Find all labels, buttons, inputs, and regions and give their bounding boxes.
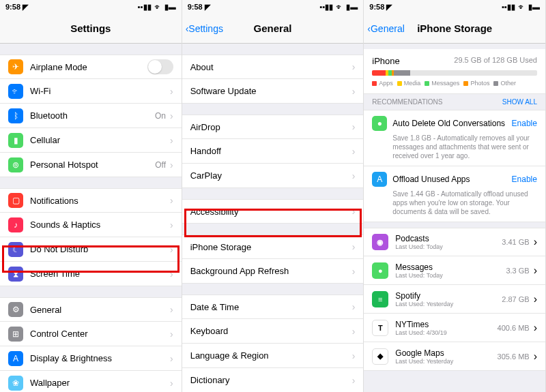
row-label: Screen Time [30,269,170,279]
enable-button[interactable]: Enable [512,119,537,128]
app-last-used: Last Used: Yesterday [395,301,502,307]
settings-row-display-brightness[interactable]: ADisplay & Brightness› [0,346,182,371]
row-label: iPhone Storage [190,242,352,252]
chevron-right-icon: › [170,86,173,97]
podcasts-icon: ◉ [372,234,388,250]
battery-icon: ▮▬ [164,3,176,12]
maps-icon: ◆ [372,348,388,365]
settings-row-airdrop[interactable]: AirDrop› [182,115,364,139]
app-row-messages[interactable]: ●MessagesLast Used: Today3.3 GB› [364,256,545,285]
settings-row-do-not-disturb[interactable]: ☾Do Not Disturb› [0,237,182,262]
app-size: 2.87 GB [502,295,529,303]
chevron-right-icon: › [352,326,356,337]
chevron-right-icon: › [170,195,173,206]
show-all-link[interactable]: SHOW ALL [502,98,537,106]
display-icon: A [8,351,23,366]
chevron-right-icon: › [352,146,356,157]
messages-icon: ● [372,262,388,279]
chevron-right-icon: › [352,301,356,312]
app-name: Podcasts [395,234,502,243]
legend-other: Other [493,80,516,87]
settings-row-iphone-storage[interactable]: iPhone Storage› [182,235,364,259]
back-button[interactable]: ‹General [364,23,404,34]
app-name: Spotify [395,291,502,301]
app-last-used: Last Used: Today [395,243,502,250]
chevron-right-icon: › [352,206,356,217]
settings-row-bluetooth[interactable]: ᛒBluetoothOn› [0,104,182,128]
chevron-right-icon: › [352,121,356,132]
row-label: Do Not Disturb [30,244,170,254]
appstore-icon: A [372,172,387,187]
recommendation-row: ●Auto Delete Old ConversationsEnableSave… [364,110,545,166]
legend-media: Media [397,80,421,87]
settings-row-control-center[interactable]: ⊞Control Center› [0,322,182,346]
chevron-right-icon: › [170,220,173,230]
row-detail: Off [155,160,166,170]
settings-row-general[interactable]: ⚙General› [0,297,182,322]
row-label: Date & Time [190,302,352,312]
settings-row-wallpaper[interactable]: ❀Wallpaper› [0,371,182,392]
chevron-right-icon: › [534,293,537,305]
settings-row-handoff[interactable]: Handoff› [182,139,364,164]
settings-row-background-app-refresh[interactable]: Background App Refresh› [182,259,364,284]
spotify-icon: ≡ [372,291,388,307]
settings-row-software-update[interactable]: Software Update› [182,79,364,104]
nav-bar: ‹General iPhone Storage [364,14,545,44]
iphone-storage-screen: 9:58◤ ▪▪▮▮ᯤ▮▬ ‹General iPhone Storage iP… [364,0,546,392]
settings-row-notifications[interactable]: ▢Notifications› [0,188,182,213]
device-name: iPhone [372,56,399,66]
back-button[interactable]: ‹Settings [182,23,223,34]
screentime-icon: ⧗ [8,267,23,282]
settings-row-wi-fi[interactable]: ᯤWi-Fi› [0,79,182,104]
chevron-right-icon: › [170,269,173,280]
app-size: 400.6 MB [498,324,530,332]
app-row-nytimes[interactable]: TNYTimesLast Used: 4/30/19400.6 MB› [364,314,545,342]
settings-row-cellular[interactable]: ▮Cellular› [0,128,182,153]
rec-description: Save 1.8 GB - Automatically removes all … [392,134,537,160]
nav-bar: Settings [0,14,182,44]
legend-photos: Photos [463,80,489,87]
chevron-right-icon: › [170,304,173,315]
rec-description: Save 1.44 GB - Automatically offload unu… [392,190,537,216]
settings-row-accessibility[interactable]: Accessibility› [182,199,364,224]
settings-row-date-time[interactable]: Date & Time› [182,295,364,319]
chevron-right-icon: › [352,170,356,181]
settings-row-about[interactable]: About› [182,55,364,79]
row-label: Keyboard [190,326,352,336]
app-last-used: Last Used: 4/30/19 [395,329,497,336]
app-row-podcasts[interactable]: ◉PodcastsLast Used: Today3.41 GB› [364,228,545,256]
wifi-icon: ᯤ [8,84,23,99]
chevron-right-icon: › [352,86,356,97]
cellular-icon: ▮ [8,133,23,148]
row-label: Accessibility [190,207,352,217]
app-row-google-maps[interactable]: ◆Google MapsLast Used: Yesterday305.6 MB… [364,342,545,371]
settings-row-language-region[interactable]: Language & Region› [182,344,364,368]
chevron-right-icon: › [534,265,537,277]
settings-row-sounds-haptics[interactable]: ♪Sounds & Haptics› [0,213,182,237]
settings-row-carplay[interactable]: CarPlay› [182,164,364,188]
toggle-switch[interactable] [147,59,173,74]
app-row-spotify[interactable]: ≡SpotifyLast Used: Yesterday2.87 GB› [364,285,545,314]
app-name: Google Maps [395,348,497,358]
row-label: Bluetooth [30,110,155,121]
general-icon: ⚙ [8,302,23,317]
app-size: 305.6 MB [498,352,530,361]
storage-legend: AppsMediaMessagesPhotosOther [372,80,537,87]
row-label: Sounds & Haptics [30,220,170,230]
settings-row-dictionary[interactable]: Dictionary› [182,368,364,392]
storage-segment-apps [372,70,385,76]
page-title: iPhone Storage [417,22,492,34]
chevron-right-icon: › [170,135,173,146]
row-label: About [190,62,352,72]
storage-bar [372,70,537,76]
settings-row-airplane-mode[interactable]: ✈Airplane Mode [0,55,182,79]
chevron-right-icon: › [170,110,173,121]
settings-row-personal-hotspot[interactable]: ⊚Personal HotspotOff› [0,153,182,177]
row-label: Display & Brightness [30,353,170,363]
row-label: Wallpaper [30,378,170,388]
enable-button[interactable]: Enable [512,175,537,184]
settings-row-screen-time[interactable]: ⧗Screen Time› [0,262,182,286]
chevron-right-icon: › [534,350,537,363]
row-label: Airplane Mode [30,62,147,72]
settings-row-keyboard[interactable]: Keyboard› [182,319,364,344]
